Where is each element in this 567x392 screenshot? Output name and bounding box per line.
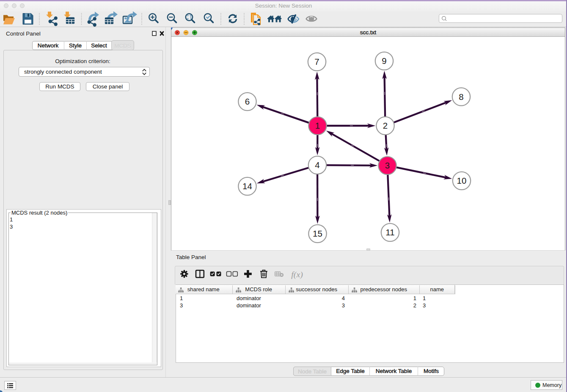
svg-text:1: 1 [315, 121, 320, 130]
svg-text:10: 10 [457, 176, 467, 185]
svg-text:6: 6 [245, 97, 250, 106]
svg-text:3: 3 [385, 160, 390, 170]
svg-text:9: 9 [382, 56, 386, 66]
svg-text:2: 2 [383, 121, 388, 130]
svg-text:8: 8 [459, 92, 463, 102]
svg-text:14: 14 [242, 181, 252, 191]
svg-text:f(x): f(x) [291, 270, 303, 279]
svg-text:15: 15 [313, 229, 322, 238]
svg-text:4: 4 [315, 160, 319, 170]
svg-text:7: 7 [314, 57, 319, 66]
svg-text:11: 11 [385, 227, 394, 237]
